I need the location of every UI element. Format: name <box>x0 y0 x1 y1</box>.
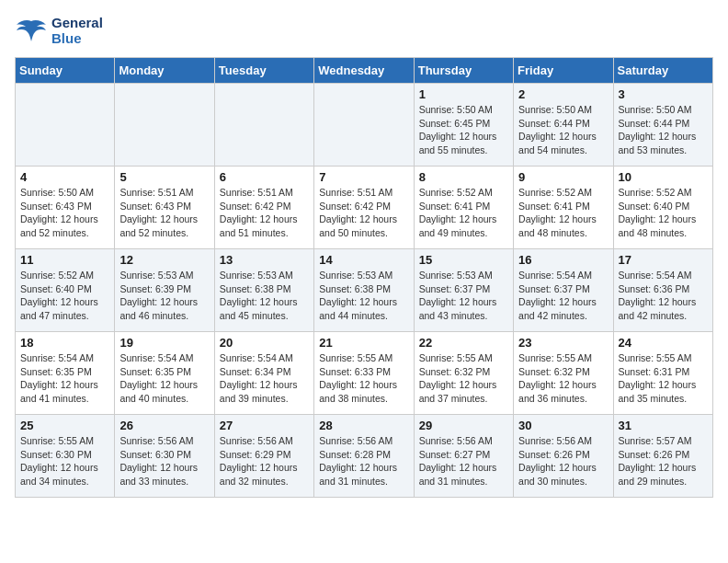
calendar-cell: 29Sunrise: 5:56 AMSunset: 6:27 PMDayligh… <box>414 415 513 498</box>
day-number: 27 <box>220 419 309 432</box>
calendar-cell: 14Sunrise: 5:53 AMSunset: 6:38 PMDayligh… <box>314 249 414 332</box>
day-number: 22 <box>419 336 508 350</box>
calendar-cell: 17Sunrise: 5:54 AMSunset: 6:36 PMDayligh… <box>613 249 712 332</box>
day-detail: Sunrise: 5:51 AMSunset: 6:42 PMDaylight:… <box>319 186 408 240</box>
day-number: 1 <box>419 87 508 101</box>
day-number: 25 <box>20 419 109 432</box>
calendar-cell: 26Sunrise: 5:56 AMSunset: 6:30 PMDayligh… <box>115 415 214 498</box>
calendar-cell <box>16 84 115 167</box>
weekday-header-monday: Monday <box>115 58 214 84</box>
day-number: 12 <box>119 253 209 267</box>
day-number: 23 <box>518 336 608 350</box>
day-detail: Sunrise: 5:54 AMSunset: 6:34 PMDaylight:… <box>220 351 309 406</box>
day-detail: Sunrise: 5:51 AMSunset: 6:42 PMDaylight:… <box>220 186 309 240</box>
day-number: 26 <box>119 419 209 432</box>
calendar-cell: 25Sunrise: 5:55 AMSunset: 6:30 PMDayligh… <box>16 415 115 498</box>
day-detail: Sunrise: 5:54 AMSunset: 6:37 PMDaylight:… <box>518 269 608 323</box>
day-number: 10 <box>619 170 708 184</box>
day-detail: Sunrise: 5:54 AMSunset: 6:36 PMDaylight:… <box>619 269 708 323</box>
calendar-cell: 4Sunrise: 5:50 AMSunset: 6:43 PMDaylight… <box>16 167 115 249</box>
day-number: 30 <box>518 419 608 432</box>
day-number: 4 <box>20 170 109 184</box>
calendar-cell: 9Sunrise: 5:52 AMSunset: 6:41 PMDaylight… <box>514 167 613 249</box>
calendar-cell: 20Sunrise: 5:54 AMSunset: 6:34 PMDayligh… <box>214 332 313 415</box>
day-number: 19 <box>119 336 209 350</box>
day-detail: Sunrise: 5:52 AMSunset: 6:40 PMDaylight:… <box>619 186 708 240</box>
calendar-cell: 18Sunrise: 5:54 AMSunset: 6:35 PMDayligh… <box>16 332 115 415</box>
day-detail: Sunrise: 5:53 AMSunset: 6:39 PMDaylight:… <box>119 269 209 323</box>
day-detail: Sunrise: 5:55 AMSunset: 6:30 PMDaylight:… <box>20 434 109 488</box>
logo: General Blue <box>15 15 103 46</box>
calendar-cell: 16Sunrise: 5:54 AMSunset: 6:37 PMDayligh… <box>514 249 613 332</box>
calendar-cell: 7Sunrise: 5:51 AMSunset: 6:42 PMDaylight… <box>314 167 414 249</box>
day-detail: Sunrise: 5:51 AMSunset: 6:43 PMDaylight:… <box>119 186 209 240</box>
day-detail: Sunrise: 5:52 AMSunset: 6:40 PMDaylight:… <box>20 269 109 323</box>
calendar-cell: 22Sunrise: 5:55 AMSunset: 6:32 PMDayligh… <box>414 332 513 415</box>
day-number: 24 <box>619 336 708 350</box>
day-number: 9 <box>518 170 608 184</box>
day-detail: Sunrise: 5:54 AMSunset: 6:35 PMDaylight:… <box>20 351 109 406</box>
day-number: 8 <box>419 170 508 184</box>
day-detail: Sunrise: 5:55 AMSunset: 6:31 PMDaylight:… <box>619 351 708 406</box>
logo-text: General Blue <box>51 15 103 46</box>
day-number: 15 <box>419 253 508 267</box>
calendar-cell: 28Sunrise: 5:56 AMSunset: 6:28 PMDayligh… <box>314 415 414 498</box>
calendar-cell: 24Sunrise: 5:55 AMSunset: 6:31 PMDayligh… <box>613 332 712 415</box>
calendar-cell: 30Sunrise: 5:56 AMSunset: 6:26 PMDayligh… <box>514 415 613 498</box>
calendar-cell: 11Sunrise: 5:52 AMSunset: 6:40 PMDayligh… <box>16 249 115 332</box>
day-number: 7 <box>319 170 408 184</box>
weekday-header-friday: Friday <box>514 58 613 84</box>
calendar-cell: 19Sunrise: 5:54 AMSunset: 6:35 PMDayligh… <box>115 332 214 415</box>
day-number: 2 <box>518 87 608 101</box>
day-detail: Sunrise: 5:52 AMSunset: 6:41 PMDaylight:… <box>419 186 508 240</box>
day-detail: Sunrise: 5:56 AMSunset: 6:28 PMDaylight:… <box>319 434 408 488</box>
page-header: General Blue <box>15 15 713 46</box>
day-number: 21 <box>319 336 408 350</box>
calendar-cell: 15Sunrise: 5:53 AMSunset: 6:37 PMDayligh… <box>414 249 513 332</box>
calendar-cell: 23Sunrise: 5:55 AMSunset: 6:32 PMDayligh… <box>514 332 613 415</box>
day-detail: Sunrise: 5:56 AMSunset: 6:29 PMDaylight:… <box>220 434 309 488</box>
calendar-cell <box>115 84 214 167</box>
weekday-header-row: SundayMondayTuesdayWednesdayThursdayFrid… <box>16 58 713 84</box>
day-number: 29 <box>419 419 508 432</box>
day-number: 17 <box>619 253 708 267</box>
calendar-cell: 31Sunrise: 5:57 AMSunset: 6:26 PMDayligh… <box>613 415 712 498</box>
weekday-header-saturday: Saturday <box>613 58 712 84</box>
day-detail: Sunrise: 5:50 AMSunset: 6:45 PMDaylight:… <box>419 103 508 157</box>
day-detail: Sunrise: 5:50 AMSunset: 6:43 PMDaylight:… <box>20 186 109 240</box>
calendar-cell: 21Sunrise: 5:55 AMSunset: 6:33 PMDayligh… <box>314 332 414 415</box>
day-detail: Sunrise: 5:52 AMSunset: 6:41 PMDaylight:… <box>518 186 608 240</box>
calendar-cell: 12Sunrise: 5:53 AMSunset: 6:39 PMDayligh… <box>115 249 214 332</box>
weekday-header-thursday: Thursday <box>414 58 513 84</box>
day-number: 20 <box>220 336 309 350</box>
day-detail: Sunrise: 5:57 AMSunset: 6:26 PMDaylight:… <box>619 434 708 488</box>
day-number: 11 <box>20 253 109 267</box>
day-detail: Sunrise: 5:56 AMSunset: 6:27 PMDaylight:… <box>419 434 508 488</box>
calendar-table: SundayMondayTuesdayWednesdayThursdayFrid… <box>15 57 713 498</box>
day-detail: Sunrise: 5:53 AMSunset: 6:38 PMDaylight:… <box>319 269 408 323</box>
day-detail: Sunrise: 5:53 AMSunset: 6:38 PMDaylight:… <box>220 269 309 323</box>
calendar-cell: 10Sunrise: 5:52 AMSunset: 6:40 PMDayligh… <box>613 167 712 249</box>
day-detail: Sunrise: 5:54 AMSunset: 6:35 PMDaylight:… <box>119 351 209 406</box>
day-number: 18 <box>20 336 109 350</box>
weekday-header-sunday: Sunday <box>16 58 115 84</box>
week-row-5: 25Sunrise: 5:55 AMSunset: 6:30 PMDayligh… <box>16 415 713 498</box>
calendar-cell <box>214 84 313 167</box>
day-number: 3 <box>619 87 708 101</box>
day-detail: Sunrise: 5:56 AMSunset: 6:30 PMDaylight:… <box>119 434 209 488</box>
day-number: 14 <box>319 253 408 267</box>
calendar-cell: 2Sunrise: 5:50 AMSunset: 6:44 PMDaylight… <box>514 84 613 167</box>
day-detail: Sunrise: 5:55 AMSunset: 6:32 PMDaylight:… <box>518 351 608 406</box>
day-number: 5 <box>119 170 209 184</box>
calendar-cell: 5Sunrise: 5:51 AMSunset: 6:43 PMDaylight… <box>115 167 214 249</box>
day-number: 6 <box>220 170 309 184</box>
week-row-1: 1Sunrise: 5:50 AMSunset: 6:45 PMDaylight… <box>16 84 713 167</box>
day-detail: Sunrise: 5:53 AMSunset: 6:37 PMDaylight:… <box>419 269 508 323</box>
week-row-3: 11Sunrise: 5:52 AMSunset: 6:40 PMDayligh… <box>16 249 713 332</box>
day-number: 31 <box>619 419 708 432</box>
day-detail: Sunrise: 5:50 AMSunset: 6:44 PMDaylight:… <box>518 103 608 157</box>
logo-icon <box>15 17 48 43</box>
day-number: 16 <box>518 253 608 267</box>
calendar-cell <box>314 84 414 167</box>
day-detail: Sunrise: 5:55 AMSunset: 6:33 PMDaylight:… <box>319 351 408 406</box>
